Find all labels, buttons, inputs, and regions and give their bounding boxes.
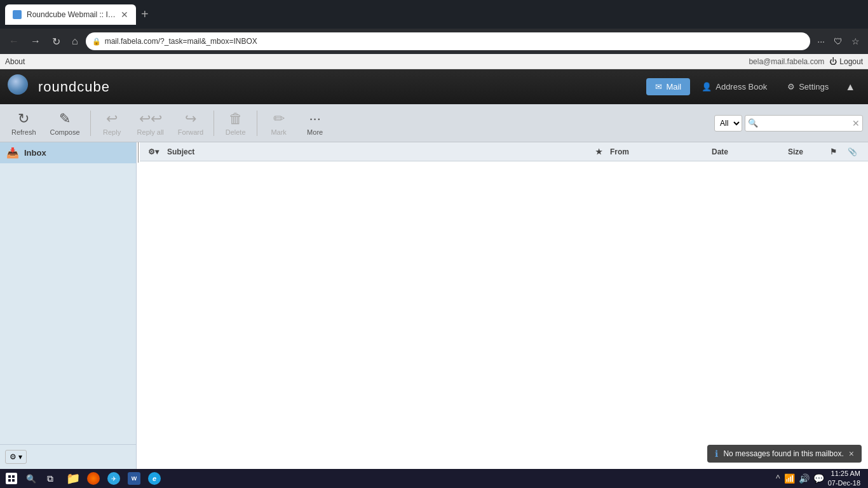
- shield-icon[interactable]: 🛡: [831, 34, 846, 48]
- star-icon: ★: [595, 147, 602, 156]
- bookmark-button[interactable]: ☆: [848, 34, 863, 48]
- new-tab-button[interactable]: +: [141, 7, 149, 22]
- more-button[interactable]: ··· More: [297, 107, 332, 140]
- col-flag: ⚑: [830, 147, 848, 156]
- logo-sphere: [8, 74, 28, 95]
- taskbar-apps: 📁 ✈ W e: [64, 470, 164, 487]
- taskbar-app-telegram[interactable]: ✈: [104, 470, 123, 487]
- reply-button[interactable]: ↩ Reply: [95, 107, 130, 140]
- notification-icon: ℹ: [715, 449, 718, 459]
- taskbar-app-word[interactable]: W: [125, 470, 144, 487]
- address-book-nav-button[interactable]: 👤 Address Book: [693, 78, 776, 95]
- mark-icon: ✏: [273, 111, 285, 127]
- clock-time: 11:25 AM: [828, 469, 860, 478]
- toolbar-separator-2: [214, 111, 214, 136]
- tray-up-icon[interactable]: ^: [776, 473, 780, 484]
- toolbar-separator-3: [257, 111, 257, 136]
- reply-all-icon: ↩↩: [139, 111, 162, 127]
- sidebar-options-button[interactable]: ⚙ ▾: [5, 450, 27, 464]
- message-body: [140, 161, 868, 469]
- col-from[interactable]: From: [607, 147, 709, 156]
- col-size[interactable]: Size: [785, 147, 830, 156]
- reply-all-button[interactable]: ↩↩ Reply all: [131, 107, 170, 140]
- attach-icon: 📎: [848, 147, 857, 156]
- url-text: mail.fabela.com/?_task=mail&_mbox=INBOX: [105, 37, 804, 46]
- logo-text: roundcube: [38, 79, 110, 95]
- toolbar-separator-1: [90, 111, 91, 136]
- search-filter-select[interactable]: All: [714, 115, 742, 132]
- notification-tray-icon[interactable]: 💬: [813, 473, 824, 484]
- search-input[interactable]: [761, 119, 850, 128]
- network-icon[interactable]: 📶: [784, 473, 795, 484]
- message-list-header: ⚙▾ Subject ★ From Date Size ⚑ 📎: [140, 142, 868, 161]
- search-icon: 🔍: [748, 118, 758, 128]
- clock-date: 07-Dec-18: [828, 478, 860, 488]
- back-button[interactable]: ←: [5, 33, 23, 50]
- sidebar-item-inbox[interactable]: 📥 Inbox: [0, 142, 136, 163]
- more-options-button[interactable]: ···: [814, 34, 828, 48]
- mail-icon: ✉: [655, 82, 662, 92]
- col-date[interactable]: Date: [709, 147, 785, 156]
- refresh-button[interactable]: ↻ Refresh: [5, 107, 43, 140]
- delete-icon: 🗑: [229, 111, 243, 127]
- telegram-icon: ✈: [107, 472, 120, 485]
- taskbar-clock[interactable]: 11:25 AM 07-Dec-18: [828, 469, 860, 488]
- reply-icon: ↩: [106, 111, 118, 127]
- forward-button[interactable]: →: [27, 33, 44, 50]
- forward-button[interactable]: ↪ Forward: [172, 107, 210, 140]
- settings-col-icon[interactable]: ⚙▾: [148, 147, 159, 156]
- tab-close-btn[interactable]: ✕: [121, 10, 128, 20]
- sidebar-resize-handle[interactable]: [138, 142, 139, 163]
- explorer-icon: 📁: [66, 471, 80, 485]
- logout-button[interactable]: ⏻ Logout: [829, 57, 863, 66]
- about-bar: About bela@mail.fabela.com ⏻ Logout: [0, 54, 868, 69]
- flag-icon: ⚑: [830, 147, 837, 156]
- start-button[interactable]: [3, 471, 20, 485]
- volume-icon[interactable]: 🔊: [799, 473, 810, 484]
- mark-button[interactable]: ✏ Mark: [261, 107, 296, 140]
- windows-icon: [6, 473, 17, 484]
- address-bar[interactable]: 🔒 mail.fabela.com/?_task=mail&_mbox=INBO…: [86, 32, 811, 50]
- browser-tab[interactable]: Roundcube Webmail :: Inbox ✕: [5, 4, 136, 25]
- taskbar-taskview-button[interactable]: ⧉: [42, 471, 58, 485]
- mail-nav-button[interactable]: ✉ Mail: [646, 78, 690, 95]
- compose-icon: ✎: [59, 111, 71, 127]
- notification-close-button[interactable]: ×: [849, 449, 854, 459]
- refresh-icon: ↻: [18, 111, 29, 127]
- notification-bar: ℹ No messages found in this mailbox. ×: [707, 445, 862, 463]
- more-icon: ···: [309, 111, 320, 127]
- nav-extras: ··· 🛡 ☆: [814, 34, 863, 48]
- col-attach: 📎: [848, 147, 865, 156]
- forward-icon: ↪: [185, 111, 196, 127]
- address-book-icon: 👤: [702, 82, 712, 92]
- taskbar-tray: ^ 📶 🔊 💬 11:25 AM 07-Dec-18: [771, 469, 865, 488]
- inbox-icon: 📥: [6, 147, 19, 159]
- browser-nav: ← → ↻ ⌂ 🔒 mail.fabela.com/?_task=mail&_m…: [0, 29, 868, 54]
- compose-button[interactable]: ✎ Compose: [44, 107, 86, 140]
- taskbar-app-ie[interactable]: e: [145, 470, 164, 487]
- search-clear-button[interactable]: ✕: [852, 118, 860, 128]
- taskbar-app-firefox[interactable]: [84, 470, 103, 487]
- reload-button[interactable]: ↻: [48, 33, 64, 50]
- about-label: About: [5, 57, 25, 66]
- expand-button[interactable]: ▲: [840, 79, 860, 95]
- browser-chrome: Roundcube Webmail :: Inbox ✕ +: [0, 0, 868, 29]
- home-button[interactable]: ⌂: [68, 33, 82, 50]
- power-icon: ⏻: [829, 57, 837, 66]
- app-header: roundcube ✉ Mail 👤 Address Book ⚙ Settin…: [0, 69, 868, 104]
- taskbar-search-button[interactable]: 🔍: [23, 471, 39, 485]
- col-subject[interactable]: Subject: [165, 147, 590, 156]
- search-bar: All 🔍 ✕: [714, 115, 863, 132]
- security-icon: 🔒: [92, 37, 101, 46]
- taskbar: 🔍 ⧉ 📁 ✈ W e ^ 📶 🔊 💬 11:25 AM 07-Dec-18: [0, 469, 868, 488]
- sidebar-footer: ⚙ ▾: [0, 444, 136, 469]
- taskbar-app-explorer[interactable]: 📁: [64, 470, 83, 487]
- search-filter: All: [714, 115, 742, 132]
- search-input-wrap: 🔍 ✕: [745, 115, 863, 132]
- delete-button[interactable]: 🗑 Delete: [218, 107, 253, 140]
- tab-favicon: [13, 10, 22, 19]
- col-star[interactable]: ★: [590, 147, 607, 156]
- settings-nav-button[interactable]: ⚙ Settings: [778, 78, 837, 95]
- dropdown-arrow-icon: ▾: [18, 452, 22, 461]
- main-layout: 📥 Inbox ⚙ ▾ ⚙▾ Subject ★ From: [0, 142, 868, 469]
